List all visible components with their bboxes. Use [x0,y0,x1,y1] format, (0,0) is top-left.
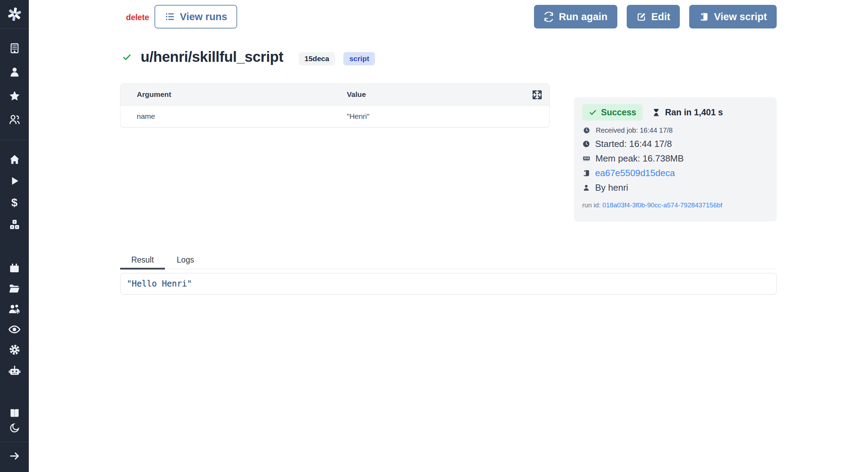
started-row: Started: 16:44 17/8 [582,136,768,151]
edit-button[interactable]: Edit [627,5,680,28]
output-tabs: Result Logs [120,251,777,269]
delete-button[interactable]: delete [126,13,149,22]
arrows-pointing-out-icon [531,89,543,101]
status-badge: Success [582,104,643,121]
memory-chip-icon [582,154,591,163]
user-group-gear-icon [8,303,21,315]
triggered-by-row: By henri [582,180,768,195]
argument-name-cell: name [120,112,347,121]
tab-result[interactable]: Result [120,251,165,269]
folder-open-icon [8,282,20,295]
check-icon [589,108,597,116]
users-icon [8,113,21,126]
success-check-icon [122,52,132,62]
eye-icon [8,323,21,336]
run-duration: Ran in 1,401 s [652,107,723,117]
sidebar-item-groups[interactable] [0,302,29,316]
run-id-row: run id: 018a03f4-3f0b-90cc-a574-79284371… [582,201,768,209]
edit-pencil-icon [636,12,646,22]
mem-peak-label: Mem peak: 16.738MB [595,153,684,164]
status-badge-label: Success [601,107,636,117]
page-title: u/henri/skillful_script [141,49,283,65]
clock-icon [582,140,590,148]
person-icon [582,184,590,192]
user-icon [9,66,20,78]
dollar-icon: $ [11,197,18,208]
sidebar-item-variables[interactable]: $ [0,196,29,209]
star-icon [8,90,21,102]
edit-label: Edit [651,11,670,23]
sidebar-item-home[interactable] [0,152,29,166]
sidebar: $ [0,0,29,472]
sidebar-item-docs[interactable] [0,406,29,420]
moon-icon [9,422,20,433]
received-job-row: Received job: 16:44 17/8 [583,126,768,134]
run-again-button[interactable]: Run again [534,5,617,28]
sidebar-item-favorites[interactable] [0,89,29,103]
view-runs-button[interactable]: View runs [155,5,237,28]
sidebar-item-schedules[interactable] [0,261,29,275]
run-again-label: Run again [559,11,607,23]
calendar-icon [9,262,20,274]
sidebar-item-audit-logs[interactable] [0,322,29,336]
title-row: u/henri/skillful_script 15deca script [122,49,375,65]
expand-arguments-button[interactable] [531,88,544,101]
windmill-logo[interactable] [0,0,29,29]
gear-icon [8,343,21,356]
script-hash-link[interactable]: ea67e5509d15deca [595,168,675,179]
script-hash-row: ea67e5509d15deca [582,166,768,180]
sidebar-collapse-button[interactable] [0,449,29,463]
column-header-argument: Argument [120,90,347,99]
robot-icon [8,365,21,377]
argument-value-cell: "Henri" [347,112,369,121]
book-icon [9,407,20,419]
result-value: "Hello Henri" [127,279,192,289]
list-icon [165,11,175,22]
action-buttons: Run again Edit View script [534,5,777,28]
started-label: Started: 16:44 17/8 [595,139,672,149]
column-header-value: Value [347,90,366,99]
view-runs-label: View runs [180,11,227,23]
run-status-panel: Success Ran in 1,401 s Received job: 16:… [574,97,777,222]
triggered-by-label: By henri [595,182,628,193]
arguments-table: Argument Value name "Henri" [120,83,550,127]
sidebar-item-settings[interactable] [0,343,29,357]
table-row: name "Henri" [120,106,549,127]
received-job-label: Received job: 16:44 17/8 [596,126,673,134]
view-script-label: View script [714,11,767,23]
scroll-icon [582,169,590,177]
run-duration-label: Ran in 1,401 s [665,107,723,117]
building-icon [9,42,20,54]
mem-peak-row: Mem peak: 16.738MB [582,151,768,166]
refresh-icon [544,12,554,22]
run-id-label: run id: [582,201,601,209]
tab-logs[interactable]: Logs [165,251,206,269]
sidebar-item-user[interactable] [0,65,29,79]
clock-icon [583,127,590,134]
sidebar-item-runs[interactable] [0,174,29,188]
sidebar-item-members[interactable] [0,113,29,126]
dark-mode-toggle[interactable] [0,421,29,435]
script-hash-badge: 15deca [299,52,335,65]
cubes-icon [8,218,21,231]
sidebar-divider [0,140,29,140]
windmill-logo-icon [7,6,23,22]
view-script-button[interactable]: View script [689,5,777,28]
hourglass-icon [652,108,661,117]
arrow-right-icon [9,450,20,462]
home-icon [9,154,20,165]
script-type-badge: script [343,52,375,65]
play-icon [9,175,20,187]
run-id-link[interactable]: 018a03f4-3f0b-90cc-a574-7928437156bf [602,201,722,209]
arguments-table-header: Argument Value [120,84,549,106]
sidebar-item-folders[interactable] [0,281,29,295]
sidebar-divider [0,442,29,442]
result-output: "Hello Henri" [120,273,777,295]
sidebar-item-resources[interactable] [0,218,29,232]
scroll-icon [699,12,709,22]
sidebar-item-workers[interactable] [0,364,29,378]
sidebar-item-workspace[interactable] [0,41,29,55]
